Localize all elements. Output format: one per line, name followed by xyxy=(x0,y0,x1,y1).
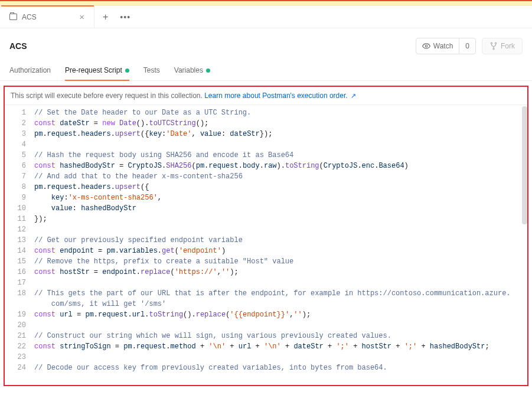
eye-icon xyxy=(422,42,430,50)
fork-button[interactable]: Fork xyxy=(482,38,523,54)
more-tabs-icon[interactable]: ••• xyxy=(116,12,134,22)
code-content[interactable]: // Set the Date header to our Date as a … xyxy=(34,107,527,373)
fork-label: Fork xyxy=(501,42,515,50)
folder-icon xyxy=(9,14,17,20)
file-tab-title: ACS xyxy=(22,13,78,21)
status-dot-icon xyxy=(206,68,210,73)
vertical-scrollbar[interactable] xyxy=(522,106,527,224)
watch-label: Watch xyxy=(433,42,453,50)
tab-pre-request-script[interactable]: Pre-request Script xyxy=(65,61,129,80)
svg-point-1 xyxy=(491,43,492,44)
close-icon[interactable]: × xyxy=(78,12,86,22)
tab-authorization[interactable]: Authorization xyxy=(9,61,51,80)
watch-count[interactable]: 0 xyxy=(459,38,475,54)
line-gutter: 123456789101112131415161718 192021222324 xyxy=(5,107,34,373)
tab-variables[interactable]: Variables xyxy=(174,61,210,80)
highlight-frame: This script will execute before every re… xyxy=(4,86,528,386)
learn-more-link[interactable]: Learn more about Postman's execution ord… xyxy=(204,92,347,100)
page-title: ACS xyxy=(9,41,416,51)
header-row: ACS Watch 0 xyxy=(0,28,532,61)
info-text: This script will execute before every re… xyxy=(11,92,204,100)
svg-point-2 xyxy=(495,43,496,44)
file-tab-acs[interactable]: ACS × xyxy=(1,6,94,28)
info-row: This script will execute before every re… xyxy=(5,87,527,105)
watch-button[interactable]: Watch xyxy=(416,38,459,54)
file-tab-bar: ACS × + ••• xyxy=(0,6,532,28)
status-dot-icon xyxy=(125,68,129,73)
svg-point-3 xyxy=(493,48,494,50)
new-tab-button[interactable]: + xyxy=(94,12,116,22)
code-editor[interactable]: 123456789101112131415161718 192021222324… xyxy=(5,105,527,373)
svg-point-0 xyxy=(425,45,427,47)
watch-group: Watch 0 xyxy=(416,38,476,54)
tab-tests[interactable]: Tests xyxy=(143,61,160,80)
external-link-icon: ↗ xyxy=(351,92,356,100)
fork-icon xyxy=(489,42,498,50)
sub-tabs: Authorization Pre-request Script Tests V… xyxy=(0,61,532,81)
